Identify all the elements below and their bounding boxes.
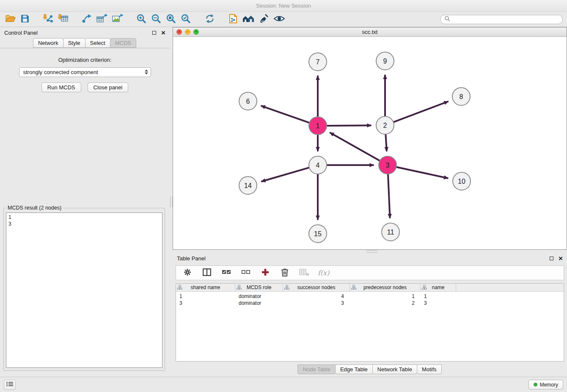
tab-mcds[interactable]: MCDS [110,38,136,48]
open-session-button[interactable] [4,13,17,26]
apply-layout-button[interactable] [204,13,216,26]
table-cell[interactable]: 3 [176,300,235,306]
table-row[interactable]: 3dominator323 [176,300,564,306]
graph-node-8[interactable]: 8 [452,88,470,105]
graph-node-2[interactable]: 2 [376,116,394,134]
network-canvas[interactable]: 7968124314101511 [173,37,567,249]
table-cell[interactable]: 3 [421,300,456,306]
graph-node-4[interactable]: 4 [309,156,327,174]
graph-edge-3-11[interactable] [388,174,390,218]
tab-edge-table[interactable]: Edge Table [335,364,373,374]
graph-edge-2-3[interactable] [385,135,386,151]
export-network-button[interactable] [80,13,93,26]
close-panel-button[interactable]: Close panel [88,83,129,92]
close-window-button[interactable]: × [176,29,182,35]
export-table-button[interactable] [95,13,109,26]
graph-edge-3-1[interactable] [330,133,380,161]
column-header-successor-nodes[interactable]: successor nodes [283,284,350,291]
float-panel-icon[interactable] [152,31,156,35]
optimization-dropdown[interactable]: strongly connected component [19,67,151,77]
import-network-button[interactable] [42,13,55,26]
search-input[interactable] [453,17,559,22]
panel-menu-button[interactable] [4,380,16,390]
minimize-window-button[interactable]: − [185,29,190,35]
graph-node-9[interactable]: 9 [376,52,394,70]
table-cell[interactable]: 2 [350,300,421,306]
network-file-button[interactable] [227,13,239,26]
apply-style-button[interactable] [258,13,270,26]
import-table-button[interactable] [57,13,69,26]
graph-edge-2-8[interactable] [394,102,448,122]
search-field[interactable] [440,15,563,24]
svg-text:9: 9 [383,58,387,65]
delete-table-icon [299,268,309,277]
table-row[interactable]: 1dominator411 [176,293,564,300]
graph-edge-1-6[interactable] [261,106,309,122]
table-cell[interactable]: 1 [350,293,421,300]
graph-node-10[interactable]: 10 [453,172,471,190]
columns-icon [203,268,211,277]
dropdown-value: strongly connected component [23,69,98,75]
panel-splitter[interactable] [170,27,173,377]
zoom-fit-button[interactable] [165,13,178,26]
table-cell[interactable]: 4 [283,293,350,300]
delete-column-button[interactable] [279,267,291,279]
tab-motifs[interactable]: Motifs [417,364,442,374]
memory-button[interactable]: Memory [528,380,563,389]
search-icon [444,16,450,23]
graph-node-6[interactable]: 6 [239,92,257,110]
sort-icon [177,285,182,290]
run-mcds-button[interactable]: Run MCDS [41,83,81,92]
close-panel-icon[interactable]: × [161,29,165,36]
graph-edge-4-14[interactable] [262,168,309,181]
column-header-MCDS-role[interactable]: MCDS role [235,284,283,291]
export-image-button[interactable] [111,13,124,26]
table-settings-button[interactable] [182,267,193,279]
brush-icon [259,14,270,25]
svg-text:2: 2 [383,122,387,129]
close-panel-icon[interactable]: × [559,255,563,262]
tab-network[interactable]: Network [33,38,63,48]
home-icon [242,14,255,25]
unselect-all-columns-button[interactable] [240,267,252,279]
table-splitter[interactable] [173,250,567,253]
tab-style[interactable]: Style [63,38,85,48]
column-header-shared-name[interactable]: shared name [176,284,235,291]
float-panel-icon[interactable] [550,257,553,260]
graph-edge-3-10[interactable] [397,167,448,178]
graphics-details-button[interactable] [272,13,286,26]
create-column-button[interactable] [259,267,271,279]
graph-node-11[interactable]: 11 [382,223,399,241]
zoom-selected-button[interactable] [180,13,193,26]
table-toolbar: f(x) [176,265,564,280]
unchecked-boxes-icon [241,268,250,277]
column-header-name[interactable]: name [421,284,456,291]
status-bar: Memory [0,377,567,392]
table-cell[interactable]: 3 [283,300,350,306]
graph-node-14[interactable]: 14 [239,177,257,194]
tab-node-table[interactable]: Node Table [297,364,336,374]
table-cell[interactable]: 1 [421,293,456,300]
graph-node-7[interactable]: 7 [309,53,327,71]
right-column: × − + scc.txt 7968124314101511 [173,27,567,377]
zoom-window-button[interactable]: + [193,29,199,35]
tab-select[interactable]: Select [85,38,110,48]
graph-node-15[interactable]: 15 [309,225,327,243]
zoom-in-button[interactable] [135,13,148,26]
home-button[interactable] [241,13,256,26]
graph-edge-1-2[interactable] [327,125,371,126]
zoom-out-button[interactable] [150,13,163,26]
table-cell[interactable]: dominator [235,300,283,306]
save-session-button[interactable] [19,13,31,26]
select-all-columns-button[interactable] [220,267,232,279]
network-window-titlebar: × − + scc.txt [173,28,567,37]
control-panel-title: Control Panel [4,30,38,36]
show-columns-button[interactable] [201,267,213,279]
table-cell[interactable]: 1 [176,293,235,300]
mcds-result-text[interactable]: 1 3 [6,213,162,368]
graph-node-3[interactable]: 3 [379,156,396,174]
table-cell[interactable]: dominator [235,293,283,300]
column-header-predecessor-nodes[interactable]: predecessor nodes [350,284,421,291]
tab-network-table[interactable]: Network Table [372,364,417,374]
graph-node-1[interactable]: 1 [309,117,327,135]
